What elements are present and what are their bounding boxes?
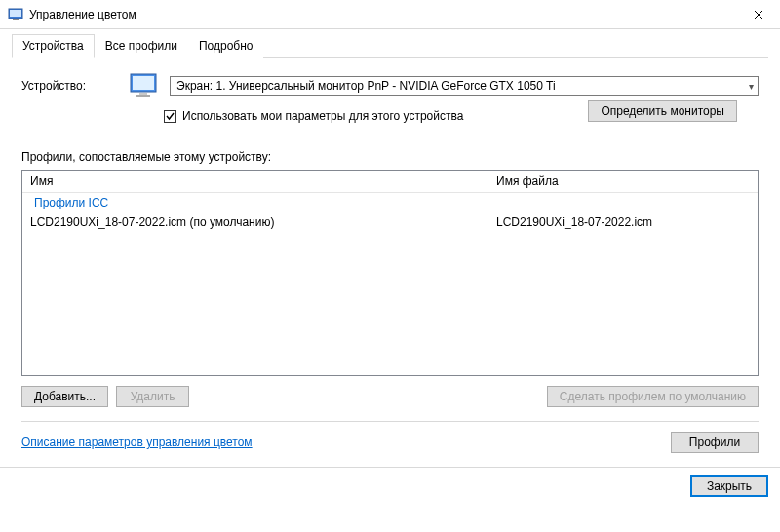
tab-all-profiles[interactable]: Все профили [95, 34, 188, 58]
svg-rect-1 [10, 10, 21, 17]
column-header-file[interactable]: Имя файла [488, 171, 758, 192]
profiles-list[interactable]: Имя Имя файла Профили ICC LCD2190UXi_18-… [21, 170, 759, 376]
identify-monitors-button[interactable]: Определить мониторы [588, 100, 737, 122]
profiles-section-label: Профили, сопоставляемые этому устройству… [21, 150, 759, 164]
titlebar: Управление цветом [0, 0, 780, 29]
svg-rect-6 [136, 95, 150, 97]
device-select[interactable]: Экран: 1. Универсальный монитор PnP - NV… [170, 76, 759, 96]
profile-name: LCD2190UXi_18-07-2022.icm (по умолчанию) [22, 212, 488, 232]
profiles-list-header: Имя Имя файла [22, 171, 758, 193]
monitor-icon [129, 72, 160, 99]
device-select-value: Экран: 1. Универсальный монитор PnP - NV… [176, 79, 556, 93]
app-icon [8, 7, 23, 22]
use-my-settings-label: Использовать мои параметры для этого уст… [182, 109, 463, 123]
close-button[interactable]: Закрыть [690, 475, 768, 497]
use-my-settings-checkbox[interactable] [164, 110, 176, 123]
chevron-down-icon: ▾ [749, 81, 754, 92]
svg-rect-5 [139, 93, 147, 95]
set-default-button: Сделать профилем по умолчанию [547, 386, 759, 407]
list-item[interactable]: LCD2190UXi_18-07-2022.icm (по умолчанию)… [22, 212, 758, 232]
svg-rect-4 [133, 76, 154, 90]
device-label: Устройство: [21, 79, 119, 93]
color-management-help-link[interactable]: Описание параметров управления цветом [21, 436, 253, 449]
profile-file: LCD2190UXi_18-07-2022.icm [488, 212, 758, 232]
tabpanel-devices: Устройство: Экран: 1. Универсальный мони… [12, 58, 768, 457]
divider [21, 421, 759, 422]
close-icon[interactable] [736, 0, 780, 28]
column-header-name[interactable]: Имя [22, 171, 488, 192]
tab-devices[interactable]: Устройства [12, 34, 95, 58]
tabbar: Устройства Все профили Подробно [12, 33, 768, 58]
add-button[interactable]: Добавить... [21, 386, 108, 407]
tab-advanced[interactable]: Подробно [188, 34, 264, 58]
dialog-footer: Закрыть [0, 467, 780, 505]
window-title: Управление цветом [29, 8, 136, 21]
remove-button: Удалить [116, 386, 189, 407]
profiles-group-icc[interactable]: Профили ICC [22, 193, 758, 212]
svg-rect-2 [13, 19, 19, 20]
profiles-button[interactable]: Профили [671, 432, 759, 453]
